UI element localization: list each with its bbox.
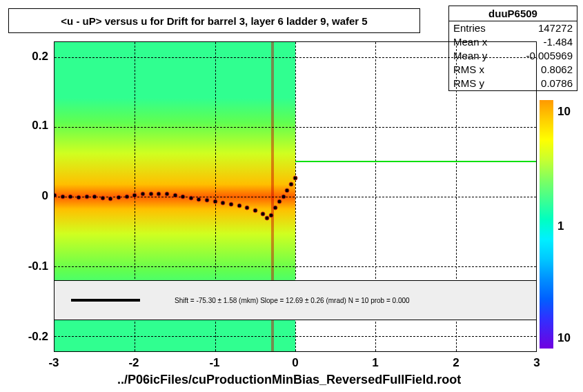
profile-point	[290, 183, 293, 186]
profile-point	[253, 208, 257, 212]
profile-point	[141, 193, 144, 196]
chart-title: <u - uP> versus u for Drift for barrel 3…	[61, 15, 367, 27]
stats-row: Entries 147272	[449, 21, 577, 35]
profile-point	[189, 196, 192, 199]
stats-name: duuP6509	[449, 6, 577, 21]
profile-point	[109, 197, 112, 200]
fit-legend-band: Shift = -75.30 ± 1.58 (mkm) Slope = 12.6…	[55, 280, 536, 320]
green-line	[295, 161, 536, 162]
profile-point	[77, 195, 80, 199]
profile-point	[261, 213, 265, 216]
profile-point	[165, 193, 168, 196]
x-tick-label: -1	[209, 356, 219, 370]
profile-point	[266, 217, 269, 220]
x-tick-label: 0	[292, 356, 298, 370]
profile-point	[197, 197, 201, 201]
y-tick-label: 0.1	[14, 119, 48, 133]
profile-point	[294, 177, 297, 180]
y-tick-label: -0.2	[14, 330, 48, 344]
color-palette	[540, 100, 553, 349]
x-tick-label: -3	[48, 356, 59, 370]
root-figure: <u - uP> versus u for Drift for barrel 3…	[0, 0, 583, 392]
profile-point	[273, 206, 277, 210]
profile-point	[237, 204, 241, 208]
profile-point	[61, 195, 64, 199]
z-tick-label: 10	[557, 331, 571, 345]
y-tick-label: 0	[14, 189, 48, 203]
fit-line-sample	[71, 299, 140, 302]
y-tick-label: 0.2	[14, 50, 48, 63]
profile-point	[133, 194, 137, 197]
x-tick-label: 3	[533, 356, 540, 370]
stats-label: Entries	[453, 21, 486, 35]
stats-value: 0.0786	[541, 77, 573, 90]
stats-value: -1.484	[543, 35, 573, 49]
profile-point	[117, 195, 121, 199]
profile-point	[173, 194, 177, 197]
profile-point	[69, 195, 72, 199]
profile-point	[213, 200, 217, 204]
plot-area: Shift = -75.30 ± 1.58 (mkm) Slope = 12.6…	[54, 41, 537, 352]
z-tick-label: 1	[557, 219, 564, 233]
stats-value: 0.8062	[541, 63, 573, 77]
x-tick-label: -2	[128, 356, 139, 370]
profile-point	[181, 195, 185, 199]
profile-point	[101, 196, 104, 199]
profile-point	[93, 195, 97, 199]
profile-point	[270, 213, 273, 217]
x-tick-label: 1	[372, 356, 378, 370]
x-tick-label: 2	[453, 356, 459, 370]
profile-point	[85, 195, 88, 199]
z-tick-label: 10	[557, 105, 571, 119]
profile-point	[246, 206, 249, 210]
chart-title-box: <u - uP> versus u for Drift for barrel 3…	[8, 8, 420, 33]
profile-point	[221, 201, 225, 204]
profile-point	[229, 202, 233, 206]
footer-path: ../P06icFiles/cuProductionMinBias_Revers…	[117, 373, 461, 387]
profile-point	[206, 199, 209, 202]
profile-point	[125, 195, 128, 199]
fit-text: Shift = -75.30 ± 1.58 (mkm) Slope = 12.6…	[175, 297, 410, 304]
profile-point	[277, 200, 281, 204]
profile-point	[281, 195, 285, 199]
profile-point	[149, 193, 152, 196]
y-tick-label: -0.1	[14, 259, 48, 273]
profile-point	[157, 192, 161, 195]
stats-value: 147272	[538, 21, 573, 35]
profile-point	[286, 189, 289, 193]
